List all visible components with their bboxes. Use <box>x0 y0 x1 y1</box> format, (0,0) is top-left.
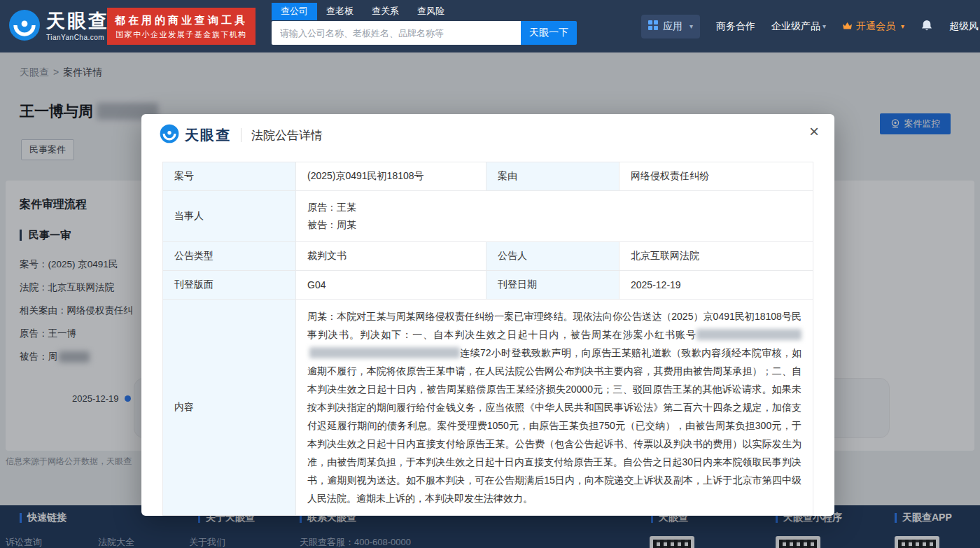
table-row: 公告类型 裁判文书 公告人 北京互联网法院 <box>163 242 813 271</box>
modal-title: 法院公告详情 <box>251 127 323 143</box>
party-plaintiff: 原告：王某 <box>307 199 802 216</box>
label-case-no: 案号 <box>163 162 296 191</box>
value-page-section: G04 <box>296 271 486 300</box>
tianyancha-logo-icon <box>160 124 179 146</box>
label-publish-date: 刊登日期 <box>486 271 620 300</box>
announcement-table: 案号 (2025)京0491民初18108号 案由 网络侵权责任纠纷 当事人 原… <box>162 162 813 516</box>
brand-name: 天眼查 <box>46 12 109 31</box>
chevron-down-icon: ▾ <box>822 22 826 30</box>
value-content: 周某：本院对王某与周某网络侵权责任纠纷一案已审理终结。现依法向你公告送达（202… <box>296 300 813 516</box>
search-zone: 查公司 查老板 查关系 查风险 天眼一下 <box>272 3 577 45</box>
value-case-no: (2025)京0491民初18108号 <box>296 162 486 191</box>
nav-business-cooperation[interactable]: 商务合作 <box>716 20 755 33</box>
table-row: 当事人 原告：王某 被告：周某 <box>163 191 813 242</box>
label-page-section: 刊登版面 <box>163 271 296 300</box>
tab-search-company[interactable]: 查公司 <box>272 3 317 20</box>
top-header: 天眼查 TianYanCha.com 都在用的商业查询工具 国家中小企业发展子基… <box>0 0 980 52</box>
party-defendant: 被告：周某 <box>307 216 802 234</box>
tianyancha-logo[interactable]: 天眼查 TianYanCha.com <box>8 9 109 44</box>
label-announcement-type: 公告类型 <box>163 242 296 271</box>
value-announcer: 北京互联网法院 <box>620 242 813 271</box>
table-row: 内容 周某：本院对王某与周某网络侵权责任纠纷一案已审理终结。现依法向你公告送达（… <box>163 300 813 516</box>
search-button[interactable]: 天眼一下 <box>521 21 577 45</box>
search-tabs: 查公司 查老板 查关系 查风险 <box>272 3 577 20</box>
value-publish-date: 2025-12-19 <box>620 271 813 300</box>
bell-icon <box>920 19 933 34</box>
modal-brand: 天眼查 <box>185 126 231 145</box>
crown-icon <box>842 21 853 32</box>
chevron-down-icon: ▾ <box>901 22 904 30</box>
apps-grid-icon <box>648 20 658 32</box>
modal-title-divider <box>241 128 241 142</box>
nav-enterprise-label: 企业级产品 <box>771 20 820 33</box>
nav-super-risk[interactable]: 超级风 <box>949 20 979 33</box>
label-cause: 案由 <box>486 162 620 191</box>
table-row: 刊登版面 G04 刊登日期 2025-12-19 <box>163 271 813 300</box>
brand-domain: TianYanCha.com <box>46 34 109 41</box>
notification-bell-button[interactable] <box>920 19 933 34</box>
nav-super-risk-label: 超级风 <box>949 20 979 33</box>
value-parties: 原告：王某 被告：周某 <box>296 191 813 242</box>
value-announcement-type: 裁判文书 <box>296 242 486 271</box>
promo-badge: 都在用的商业查询工具 国家中小企业发展子基金旗下机构 <box>107 8 255 45</box>
nav-cooperation-label: 商务合作 <box>716 20 755 33</box>
redacted-account-blur <box>696 329 802 340</box>
promo-badge-line1: 都在用的商业查询工具 <box>115 13 248 29</box>
chevron-down-icon: ▾ <box>690 22 693 30</box>
tab-search-boss[interactable]: 查老板 <box>317 3 363 20</box>
label-content: 内容 <box>163 300 296 516</box>
modal-header: 天眼查 法院公告详情 × <box>141 114 834 153</box>
nav-open-vip[interactable]: 开通会员 ▾ <box>842 20 904 33</box>
court-announcement-modal: 天眼查 法院公告详情 × 案号 (2025)京0491民初18108号 案由 网… <box>141 114 834 516</box>
value-cause: 网络侵权责任纠纷 <box>620 162 813 191</box>
nav-apps-label: 应用 <box>663 20 682 33</box>
promo-badge-line2: 国家中小企业发展子基金旗下机构 <box>115 29 248 41</box>
nav-apps[interactable]: 应用 ▾ <box>641 15 700 38</box>
close-icon[interactable]: × <box>809 123 819 140</box>
redacted-account-blur <box>309 347 460 358</box>
table-row: 案号 (2025)京0491民初18108号 案由 网络侵权责任纠纷 <box>163 162 813 191</box>
label-announcer: 公告人 <box>486 242 620 271</box>
content-text-part2: 连续72小时登载致歉声明，向原告王某赔礼道歉（致歉内容须经本院审核，如逾期不履行… <box>307 347 802 504</box>
app-root: 天眼查 TianYanCha.com 都在用的商业查询工具 国家中小企业发展子基… <box>0 0 980 548</box>
nav-enterprise-products[interactable]: 企业级产品 ▾ <box>771 20 826 33</box>
nav-vip-label: 开通会员 <box>856 20 895 33</box>
tab-search-relation[interactable]: 查关系 <box>363 3 408 20</box>
label-parties: 当事人 <box>163 191 296 242</box>
tab-search-risk[interactable]: 查风险 <box>408 3 454 20</box>
tianyancha-logo-icon <box>8 9 41 44</box>
header-nav: 应用 ▾ 商务合作 企业级产品 ▾ 开通会员 ▾ <box>641 0 979 52</box>
search-input[interactable] <box>272 21 521 45</box>
